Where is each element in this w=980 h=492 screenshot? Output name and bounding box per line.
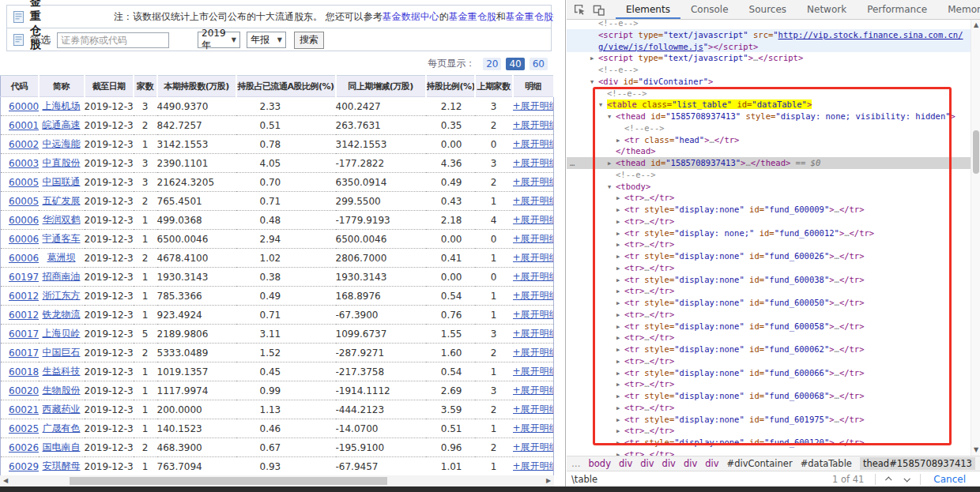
stock-name-link[interactable]: 浙江东方 <box>43 290 81 301</box>
expand-detail-link[interactable]: +展开明细 <box>513 290 554 301</box>
devtools-code-line[interactable]: ▶<tr>…</tr> <box>567 216 980 227</box>
expand-arrow-icon[interactable]: ▶ <box>616 449 624 456</box>
devtools-code-line[interactable]: </thead> <box>567 145 980 157</box>
stock-name-link[interactable]: 上海机场 <box>43 100 81 111</box>
breadcrumb-div[interactable]: div <box>640 458 654 469</box>
expand-arrow-icon[interactable]: ▶ <box>616 286 624 298</box>
tab-performance[interactable]: Performance <box>857 0 937 19</box>
devtools-search-input[interactable] <box>567 474 832 485</box>
page-size-option-60[interactable]: 60 <box>530 58 548 70</box>
stock-name-link[interactable]: 国电南自 <box>43 441 81 453</box>
expand-arrow-icon[interactable]: ▶ <box>616 193 624 205</box>
expand-detail-link[interactable]: +展开明细 <box>513 157 554 168</box>
expand-arrow-icon[interactable]: ▼ <box>599 100 607 111</box>
expand-arrow-icon[interactable]: ▶ <box>616 251 624 263</box>
expand-detail-link[interactable]: +展开明细 <box>513 423 554 434</box>
inspect-element-icon[interactable] <box>574 3 586 16</box>
devtools-code-line[interactable]: <script type="text/javascript" src="http… <box>567 29 980 41</box>
devtools-code-line[interactable]: …▶<thead id="1585708937413">…</thead> ==… <box>567 157 980 169</box>
expand-arrow-icon[interactable]: ▶ <box>616 415 624 426</box>
stock-code-link[interactable]: 600066 <box>9 234 39 245</box>
stock-name-link[interactable]: 中直股份 <box>43 157 81 168</box>
expand-detail-link[interactable]: +展开明细 <box>513 441 554 453</box>
scroll-down-icon[interactable]: ▼ <box>971 445 980 456</box>
expand-arrow-icon[interactable]: ▼ <box>608 111 616 123</box>
expand-arrow-icon[interactable]: ▶ <box>616 205 624 216</box>
tab-memory[interactable]: Memory <box>937 0 980 19</box>
devtools-code-line[interactable]: ▶<tr>…</tr> <box>567 355 980 367</box>
breadcrumb-[interactable]: … <box>571 458 581 469</box>
stock-code-link[interactable]: 600268 <box>9 442 39 453</box>
expand-arrow-icon[interactable]: ▶ <box>616 275 624 287</box>
code-token[interactable]: g/view/js/followme.js <box>598 42 703 51</box>
scroll-up-icon[interactable]: ▲ <box>971 20 980 31</box>
expand-arrow-icon[interactable]: ▶ <box>616 135 624 147</box>
stock-name-link[interactable]: 中远海能 <box>43 138 81 149</box>
stock-name-link[interactable]: 宇通客车 <box>43 233 81 244</box>
tab-elements[interactable]: Elements <box>616 0 680 19</box>
expand-arrow-icon[interactable]: ▼ <box>590 77 598 88</box>
expand-detail-link[interactable]: +展开明细 <box>513 138 554 149</box>
expand-arrow-icon[interactable]: ▶ <box>608 158 616 170</box>
devtools-code-line[interactable]: ▶<tr style="display:none" id="fund_60003… <box>567 274 980 286</box>
expand-detail-link[interactable]: +展开明细 <box>513 404 554 415</box>
stock-code-link[interactable]: 600120 <box>9 291 39 302</box>
expand-arrow-icon[interactable]: ▶ <box>616 239 624 251</box>
stock-code-link[interactable]: 600058 <box>9 196 39 207</box>
devtools-code-line[interactable]: ▶<tr>…</tr> <box>567 285 980 297</box>
expand-arrow-icon[interactable]: ▶ <box>616 310 624 321</box>
devtools-scrollbar-thumb[interactable] <box>973 130 979 174</box>
breadcrumb-thead#1585708937413[interactable]: thead#1585708937413 <box>860 457 975 470</box>
expand-detail-link[interactable]: +展开明细 <box>513 385 554 396</box>
devtools-code-line[interactable]: ▶<script type="text/javascript">…</scrip… <box>567 52 980 64</box>
expand-detail-link[interactable]: +展开明细 <box>513 309 554 320</box>
breadcrumb-body[interactable]: body <box>589 458 611 469</box>
expand-detail-link[interactable]: +展开明细 <box>513 366 554 377</box>
stock-name-link[interactable]: 安琪酵母 <box>43 460 81 471</box>
stock-name-link[interactable]: 广晟有色 <box>43 423 81 434</box>
stock-code-link[interactable]: 600298 <box>9 461 39 472</box>
devtools-code-line[interactable]: ▶<tr style="display: none;" id="fund_600… <box>567 227 980 239</box>
devtools-code-line[interactable]: ▶<tr style="display:none" id="fund_60002… <box>567 250 980 262</box>
devtools-code-line[interactable]: <!--e--> <box>567 20 980 29</box>
devtools-code-line[interactable]: ▶<tr>…</tr> <box>567 192 980 204</box>
stock-code-link[interactable]: 600201 <box>9 385 39 396</box>
expand-detail-link[interactable]: +展开明细 <box>513 176 554 187</box>
expand-detail-link[interactable]: +展开明细 <box>513 271 554 282</box>
devtools-code-line[interactable]: ▶<tr>…</tr> <box>567 449 980 456</box>
devtools-code-line[interactable]: g/view/js/followme.js"></script> <box>567 41 980 53</box>
stock-name-link[interactable]: 中国联通 <box>43 176 81 187</box>
code-token[interactable]: http://vip.stock.finance.sina.com.cn/ <box>778 30 963 39</box>
stock-name-link[interactable]: 铁龙物流 <box>43 309 81 320</box>
expand-arrow-icon[interactable]: ▼ <box>608 182 616 193</box>
devtools-code-line[interactable]: ▶<tr style="display:none" id="fund_60005… <box>567 321 980 332</box>
year-select[interactable]: 2019年 ▼ <box>198 32 240 48</box>
scroll-right-icon[interactable]: ▶ <box>543 475 554 486</box>
devtools-code-line[interactable]: ▶<tr style="display:none" id="fund_60006… <box>567 344 980 355</box>
device-toolbar-icon[interactable] <box>593 3 605 16</box>
devtools-code-line[interactable]: <!--e--> <box>567 169 980 181</box>
page-size-option-20[interactable]: 20 <box>483 58 501 70</box>
breadcrumb-div[interactable]: div <box>684 458 697 469</box>
expand-detail-link[interactable]: +展开明细 <box>513 214 554 225</box>
next-match-button[interactable] <box>898 473 915 485</box>
stock-name-link[interactable]: 中国巨石 <box>43 347 81 358</box>
expand-arrow-icon[interactable]: ▶ <box>590 53 598 65</box>
devtools-code-line[interactable]: ▶<tr>…</tr> <box>567 309 980 321</box>
stock-name-link[interactable]: 生益科技 <box>43 366 81 377</box>
stock-code-link[interactable]: 600259 <box>9 423 39 434</box>
expand-arrow-icon[interactable]: ▶ <box>616 263 624 275</box>
devtools-code-line[interactable]: ▼<thead id="1585708937413" style="displa… <box>567 111 980 122</box>
devtools-code-line[interactable]: ▶<tr>…</tr> <box>567 378 980 390</box>
stock-code-link[interactable]: 600211 <box>9 404 39 415</box>
scroll-left-icon[interactable]: ◀ <box>0 475 11 486</box>
stock-code-link[interactable]: 600068 <box>9 253 39 264</box>
tab-console[interactable]: Console <box>680 0 739 19</box>
devtools-code-line[interactable]: <!--e--> <box>567 64 980 76</box>
stock-code-link[interactable]: 600009 <box>9 101 39 112</box>
stock-code-link[interactable]: 600171 <box>9 329 39 340</box>
stock-name-link[interactable]: 西藏药业 <box>43 404 81 415</box>
stock-name-link[interactable]: 招商南油 <box>43 271 81 282</box>
stock-code-link[interactable]: 600125 <box>9 310 39 321</box>
breadcrumb-div[interactable]: div <box>619 458 632 469</box>
